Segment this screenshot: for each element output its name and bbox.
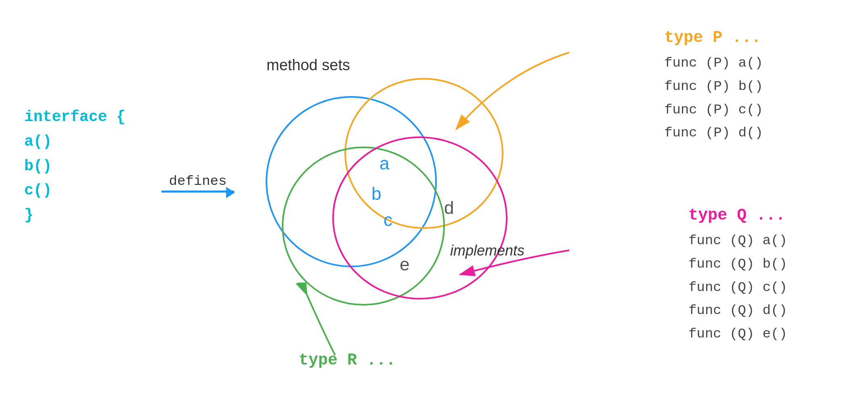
type-q-func-1: func (Q) a() — [688, 229, 787, 253]
type-p-func-4: func (P) d() — [664, 122, 763, 145]
defines-label: defines — [169, 174, 227, 189]
venn-label-d: d — [444, 198, 454, 218]
type-p-title: type P ... — [664, 24, 763, 52]
code-line-3: b() — [24, 154, 126, 179]
green-circle — [283, 147, 444, 305]
defines-arrow: defines — [161, 174, 234, 193]
type-q-func-5: func (Q) e() — [688, 323, 787, 346]
venn-label-c: c — [384, 210, 392, 230]
interface-code-block: interface { a() b() c() } — [24, 105, 126, 228]
type-p-func-3: func (P) c() — [664, 98, 763, 122]
type-p-block: type P ... func (P) a()func (P) b()func … — [664, 24, 763, 145]
implements-arrow — [424, 226, 593, 299]
code-line-5: } — [24, 203, 126, 228]
type-p-func-2: func (P) b() — [664, 75, 763, 98]
type-q-block: type Q ... func (Q) a()func (Q) b()func … — [688, 202, 787, 346]
code-line-4: c() — [24, 178, 126, 203]
defines-arrow-line — [161, 191, 234, 193]
code-line-1: interface { — [24, 105, 126, 130]
implements-label: implements — [450, 242, 524, 259]
type-q-func-3: func (Q) c() — [688, 276, 787, 300]
type-q-title: type Q ... — [688, 202, 787, 229]
type-q-func-2: func (Q) b() — [688, 253, 787, 276]
venn-label-a: a — [379, 153, 390, 173]
type-r-block: type R ... — [299, 351, 396, 369]
type-q-funcs-container: func (Q) a()func (Q) b()func (Q) c()func… — [688, 229, 787, 346]
type-p-arrow — [424, 40, 585, 145]
type-q-func-4: func (Q) d() — [688, 299, 787, 323]
venn-label-b: b — [371, 184, 381, 203]
venn-label-e: e — [400, 254, 409, 274]
code-line-2: a() — [24, 130, 126, 154]
type-p-func-1: func (P) a() — [664, 52, 763, 75]
